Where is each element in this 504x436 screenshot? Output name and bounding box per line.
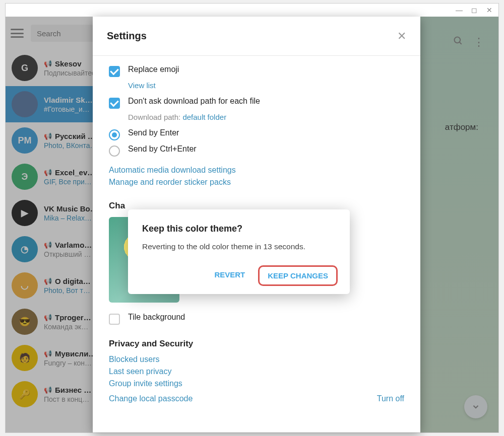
- replace-emoji-label: Replace emoji: [128, 65, 179, 74]
- view-list-link[interactable]: View list: [128, 81, 404, 90]
- settings-body: Replace emoji View list Don't ask downlo…: [93, 56, 420, 432]
- revert-button[interactable]: REVERT: [206, 265, 253, 286]
- keep-theme-dialog: Keep this color theme? Reverting to the …: [128, 209, 350, 294]
- tile-background-label: Tile background: [128, 313, 185, 322]
- dialog-title: Keep this color theme?: [142, 224, 338, 234]
- main-area: G📢SkesovПодписывайтесьVladimir Sk…#Готов…: [6, 17, 498, 432]
- settings-panel: Settings ✕ Replace emoji View list Don't…: [93, 17, 420, 432]
- turn-off-link[interactable]: Turn off: [377, 394, 404, 403]
- app-window: — ◻ ✕ G📢SkesovПодписывайтесьVladimir Sk……: [5, 3, 499, 433]
- last-seen-link[interactable]: Last seen privacy: [109, 367, 404, 376]
- send-enter-label: Send by Enter: [128, 128, 179, 137]
- auto-media-link[interactable]: Automatic media download settings: [109, 166, 404, 175]
- settings-title: Settings: [107, 30, 147, 42]
- minimize-icon[interactable]: —: [454, 6, 464, 14]
- settings-header: Settings ✕: [93, 17, 420, 56]
- privacy-section: Privacy and Security: [109, 339, 404, 349]
- download-path-checkbox[interactable]: [109, 98, 120, 109]
- group-invite-link[interactable]: Group invite settings: [109, 379, 404, 388]
- default-folder-link[interactable]: default folder: [182, 113, 226, 121]
- send-ctrl-enter-label: Send by Ctrl+Enter: [128, 144, 197, 154]
- replace-emoji-checkbox[interactable]: [109, 66, 120, 77]
- send-ctrl-enter-radio[interactable]: [109, 146, 120, 157]
- dialog-body: Reverting to the old color theme in 13 s…: [142, 242, 338, 251]
- download-path-sub: Download path: default folder: [128, 113, 404, 121]
- tile-background-checkbox[interactable]: [109, 314, 120, 325]
- titlebar: — ◻ ✕: [6, 4, 498, 17]
- sticker-packs-link[interactable]: Manage and reorder sticker packs: [109, 178, 404, 187]
- blocked-users-link[interactable]: Blocked users: [109, 355, 404, 364]
- download-path-label: Don't ask download path for each file: [128, 97, 260, 106]
- maximize-icon[interactable]: ◻: [469, 6, 479, 14]
- send-enter-radio[interactable]: [109, 129, 120, 140]
- close-window-icon[interactable]: ✕: [484, 6, 494, 14]
- keep-changes-button[interactable]: KEEP CHANGES: [258, 265, 338, 286]
- change-passcode-link[interactable]: Change local passcode: [109, 394, 193, 403]
- close-icon[interactable]: ✕: [397, 30, 406, 43]
